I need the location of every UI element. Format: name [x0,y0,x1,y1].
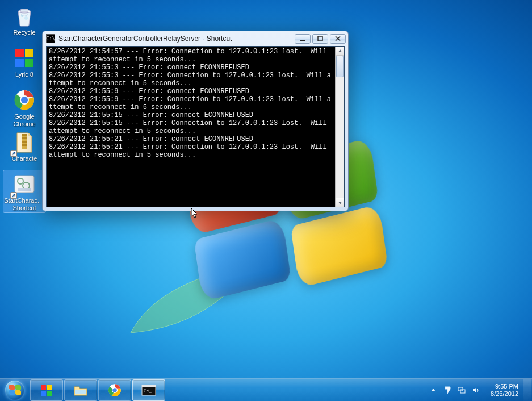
svg-rect-12 [22,137,27,139]
svg-rect-4 [25,49,33,57]
svg-rect-23 [41,391,46,396]
scroll-up-button[interactable] [336,47,344,56]
taskbar[interactable]: C:\_ 9:55 PM 8/26/2012 [0,378,532,401]
console-line: 8/26/2012 21:55:9 --- Error: connect ECO… [49,87,333,95]
titlebar[interactable]: C:\ StartCharacterGeneratorControllerRel… [43,31,348,46]
svg-rect-14 [22,144,27,146]
clock-date: 8/26/2012 [491,390,518,398]
network-icon[interactable] [457,386,466,395]
svg-rect-21 [41,385,46,390]
taskbar-button-chrome[interactable] [98,379,131,401]
chrome-icon [107,383,123,397]
svg-rect-22 [47,385,52,390]
desktop-icon-characte[interactable]: Characte ↗ [3,128,45,170]
console-app-icon: C:\ [46,34,55,43]
console-line: 8/26/2012 21:55:15 --- Error: connect EC… [49,111,333,119]
console-line: 8/26/2012 21:55:21 --- Error: Connection… [49,143,333,159]
taskbar-button-lyric8[interactable] [30,379,63,401]
system-tray: 9:55 PM 8/26/2012 [423,379,532,401]
window-title: StartCharacterGeneratorControllerRelaySe… [58,35,295,43]
svg-rect-6 [25,59,33,67]
svg-rect-3 [15,49,24,57]
shortcut-arrow-icon: ↗ [10,150,17,157]
svg-rect-20 [318,36,322,41]
tray-show-hidden-icon[interactable] [429,386,438,395]
clock-time: 9:55 PM [491,383,518,390]
show-desktop-button[interactable] [523,379,531,402]
taskbar-button-explorer[interactable] [64,379,97,401]
vertical-scrollbar[interactable] [335,47,344,207]
console-output: 8/26/2012 21:54:57 --- Error: Connection… [47,47,335,207]
desktop-icon-chrome[interactable]: Google Chrome [3,86,45,128]
taskbar-button-console[interactable]: C:\_ [132,379,165,401]
console-window[interactable]: C:\ StartCharacterGeneratorControllerRel… [42,31,349,211]
chrome-icon [12,87,37,112]
svg-point-2 [24,16,28,20]
console-line: 8/26/2012 21:55:21 --- Error: connect EC… [49,135,333,143]
taskbar-clock[interactable]: 9:55 PM 8/26/2012 [486,383,523,398]
desktop-icon-label: Recycle [13,29,35,36]
console-line: 8/26/2012 21:55:9 --- Error: Connection … [49,95,333,111]
svg-text:C:\_: C:\_ [144,389,152,394]
desktop-icon-start-shortcut[interactable]: StartCharac.. - Shortcut ↗ [3,170,45,212]
maximize-button[interactable] [312,34,328,44]
svg-point-1 [21,15,23,17]
console-icon: C:\_ [141,383,157,397]
scroll-down-button[interactable] [336,198,344,207]
desktop-icon-recycle-bin[interactable]: Recycle [3,2,45,44]
lyric8-icon [39,383,55,397]
svg-point-28 [112,388,117,392]
minimize-button[interactable] [295,34,311,44]
lyric8-icon [12,45,37,70]
desktop-icon-label: Google Chrome [4,113,45,127]
svg-rect-25 [75,390,86,394]
svg-rect-11 [22,134,27,136]
close-button[interactable] [330,34,346,44]
svg-rect-13 [22,141,27,143]
volume-icon[interactable] [471,386,480,395]
scroll-thumb[interactable] [336,56,344,77]
console-line: 8/26/2012 21:55:15 --- Error: Connection… [49,119,333,135]
svg-point-9 [21,97,28,103]
console-line: 8/26/2012 21:54:57 --- Error: Connection… [49,48,333,64]
shortcut-arrow-icon: ↗ [10,192,17,199]
scroll-track[interactable] [336,56,344,198]
console-client-area: 8/26/2012 21:54:57 --- Error: Connection… [46,46,345,207]
folder-icon [73,383,89,397]
start-button[interactable] [0,379,30,402]
svg-rect-5 [15,59,24,67]
desktop[interactable]: Recycle Lyric 8 Google Chrome Characte ↗ [0,0,532,401]
svg-rect-30 [142,385,156,387]
console-line: 8/26/2012 21:55:3 --- Error: connect ECO… [49,64,333,72]
console-line: 8/26/2012 21:55:3 --- Error: Connection … [49,72,333,87]
svg-rect-19 [300,40,305,41]
desktop-icon-label: Lyric 8 [15,71,33,78]
svg-rect-24 [47,391,52,396]
svg-rect-18 [18,188,31,191]
action-center-icon[interactable] [443,386,452,395]
recycle-bin-icon [12,3,37,28]
desktop-icon-lyric8[interactable]: Lyric 8 [3,44,45,86]
desktop-icon-label: StartCharac.. - Shortcut [4,197,45,211]
